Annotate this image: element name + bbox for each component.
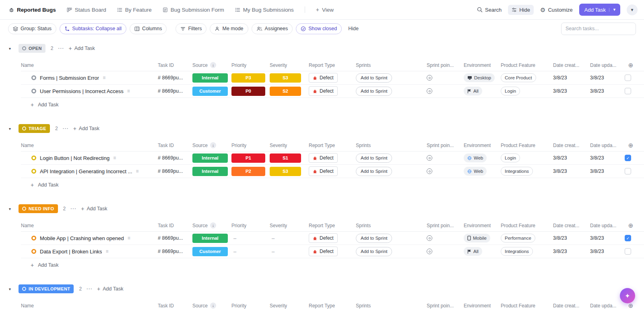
environment-tag[interactable]: All [464, 247, 482, 256]
task-id[interactable]: # 8669pu... [158, 235, 183, 241]
add-to-sprint-button[interactable]: Add to Sprint [356, 73, 392, 83]
me-mode-button[interactable]: Me mode [210, 23, 248, 34]
column-header-sprints[interactable]: Sprints [356, 143, 427, 148]
priority-empty[interactable]: – [231, 249, 236, 255]
row-checkbox[interactable] [625, 75, 631, 81]
column-header-source[interactable]: Source↓ [192, 303, 231, 309]
column-header-environment[interactable]: Environment [464, 62, 501, 68]
product-feature-tag[interactable]: Performance [501, 234, 535, 243]
task-id[interactable]: # 8669pu... [158, 168, 183, 174]
column-header-report-type[interactable]: Report Type [309, 223, 356, 228]
product-feature-tag[interactable]: Login [501, 87, 520, 95]
group-add-task-button[interactable]: +Add Task [68, 45, 95, 52]
collapse-chevron-icon[interactable]: ▾ [9, 207, 14, 211]
tab-bug-submission-form[interactable]: Bug Submission Form [163, 7, 224, 13]
column-header-sprint-poin[interactable]: Sprint poin... [427, 303, 464, 309]
source-tag[interactable]: Internal [192, 234, 228, 243]
column-header-product-feature[interactable]: Product Feature [501, 303, 553, 309]
add-to-sprint-button[interactable]: Add to Sprint [356, 153, 392, 163]
toolbar-hide-button[interactable]: Hide [348, 26, 359, 31]
add-task-button[interactable]: Add Task ▼ [579, 4, 620, 16]
collapse-header-button[interactable]: ▼ [627, 4, 638, 15]
task-detail-icon[interactable]: ≡ [103, 75, 105, 81]
sprint-points-icon[interactable] [427, 155, 432, 161]
add-to-sprint-button[interactable]: Add to Sprint [356, 87, 392, 96]
column-header-environment[interactable]: Environment [464, 303, 501, 309]
add-task-row[interactable]: +Add Task [31, 178, 644, 191]
ai-assistant-button[interactable]: ✦ [620, 288, 635, 303]
task-search-input[interactable] [561, 23, 636, 35]
column-header-environment[interactable]: Environment [464, 143, 501, 148]
column-header-sprints[interactable]: Sprints [356, 223, 427, 228]
column-header-priority[interactable]: Priority [231, 223, 270, 228]
source-tag[interactable]: Internal [192, 153, 228, 163]
subtasks-button[interactable]: Subtasks: Collapse all [60, 23, 126, 34]
report-type-tag[interactable]: Defect [309, 73, 338, 83]
column-header-name[interactable]: Name [21, 62, 158, 68]
column-header-source[interactable]: Source↓ [192, 62, 231, 68]
column-header-priority[interactable]: Priority [231, 303, 270, 309]
column-header-sprints[interactable]: Sprints [356, 62, 427, 68]
environment-tag[interactable]: All [464, 87, 482, 95]
show-closed-button[interactable]: Show closed [296, 23, 342, 34]
chevron-down-icon[interactable]: ▼ [609, 8, 616, 12]
row-checkbox[interactable]: ✓ [625, 235, 631, 241]
task-id[interactable]: # 8669pu... [158, 88, 183, 94]
column-header-priority[interactable]: Priority [231, 143, 270, 148]
source-tag[interactable]: Internal [192, 73, 228, 83]
column-header-task-id[interactable]: Task ID [158, 62, 192, 68]
column-header-task-id[interactable]: Task ID [158, 223, 192, 228]
sprint-points-icon[interactable] [427, 88, 432, 94]
severity-tag[interactable]: S1 [270, 153, 301, 163]
add-to-sprint-button[interactable]: Add to Sprint [356, 167, 392, 176]
column-header-task-id[interactable]: Task ID [158, 303, 192, 309]
tab-reported-bugs[interactable]: Reported Bugs [9, 7, 56, 13]
add-column-button[interactable]: ⊕ [628, 222, 634, 228]
severity-tag[interactable]: S2 [270, 87, 301, 96]
hide-button[interactable]: Hide [508, 5, 534, 15]
product-feature-tag[interactable]: Integrations [501, 247, 533, 256]
column-header-date-creat[interactable]: Date creat... [553, 303, 590, 309]
columns-button[interactable]: Columns [130, 23, 167, 34]
group-menu-button[interactable]: ⋯ [70, 205, 76, 212]
task-detail-icon[interactable]: ≡ [136, 168, 139, 174]
column-header-severity[interactable]: Severity [270, 62, 309, 68]
task-name[interactable]: Data Export | Broken Links [40, 249, 102, 255]
group-add-task-button[interactable]: +Add Task [81, 205, 107, 212]
row-checkbox[interactable]: ✓ [625, 155, 631, 161]
task-name[interactable]: Mobile App | Crashing when opened [40, 235, 124, 241]
sort-descending-icon[interactable]: ↓ [210, 222, 216, 228]
sort-descending-icon[interactable]: ↓ [210, 62, 216, 68]
task-status-icon[interactable] [31, 236, 36, 241]
task-name[interactable]: User Permissions | Incorrect Access [40, 88, 124, 94]
task-name[interactable]: Forms | Submission Error [40, 75, 99, 81]
severity-empty[interactable]: – [270, 249, 275, 255]
column-header-date-upda[interactable]: Date upda... [590, 303, 625, 309]
column-header-source[interactable]: Source↓ [192, 142, 231, 148]
collapse-chevron-icon[interactable]: ▾ [9, 46, 14, 51]
column-header-date-upda[interactable]: Date upda... [590, 62, 625, 68]
column-header-source[interactable]: Source↓ [192, 222, 231, 228]
severity-tag[interactable]: S3 [270, 73, 301, 83]
environment-tag[interactable]: Web [464, 167, 487, 176]
environment-tag[interactable]: Mobile [464, 234, 490, 243]
product-feature-tag[interactable]: Core Product [501, 73, 536, 82]
column-header-name[interactable]: Name [21, 303, 158, 309]
group-status-badge[interactable]: TRIAGE [19, 124, 50, 133]
priority-tag[interactable]: P3 [231, 73, 265, 83]
task-name[interactable]: API Integration | Generating Incorrect .… [40, 168, 132, 174]
task-detail-icon[interactable]: ≡ [128, 235, 130, 241]
column-header-severity[interactable]: Severity [270, 223, 309, 228]
column-header-date-creat[interactable]: Date creat... [553, 143, 590, 148]
group-menu-button[interactable]: ⋯ [62, 125, 69, 132]
collapse-chevron-icon[interactable]: ▾ [9, 127, 14, 131]
task-detail-icon[interactable]: ≡ [105, 249, 108, 254]
severity-tag[interactable]: S3 [270, 167, 301, 176]
tab-status-board[interactable]: Status Board [67, 7, 106, 13]
column-header-task-id[interactable]: Task ID [158, 143, 192, 148]
add-task-row[interactable]: +Add Task [31, 258, 644, 272]
priority-tag[interactable]: P1 [231, 153, 265, 163]
task-id[interactable]: # 8669pu... [158, 249, 183, 254]
report-type-tag[interactable]: Defect [309, 166, 338, 176]
column-header-sprint-poin[interactable]: Sprint poin... [427, 62, 464, 68]
